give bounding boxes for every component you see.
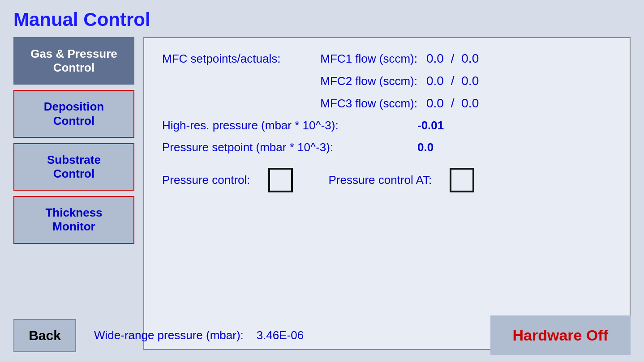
- pressure-setpoint-value: 0.0: [417, 141, 434, 154]
- mfc1-actual: 0.0: [461, 51, 479, 65]
- mfc2-label: MFC2 flow (sccm):: [314, 74, 417, 88]
- hardware-off-button[interactable]: Hardware Off: [490, 315, 631, 355]
- mfc2-values: 0.0 / 0.0: [426, 74, 479, 88]
- pressure-setpoint-label: Pressure setpoint (mbar * 10^-3):: [162, 141, 417, 154]
- pressure-control-at-checkbox[interactable]: [450, 168, 474, 192]
- wide-pressure-display: Wide-range pressure (mbar): 3.46E-06: [94, 328, 304, 342]
- mfc-section-label: MFC setpoints/actuals:: [162, 52, 314, 66]
- mfc1-setpoint: 0.0: [426, 51, 444, 65]
- sidebar-item-deposition[interactable]: DepositionControl: [13, 90, 134, 137]
- mfc2-separator: /: [451, 74, 458, 88]
- mfc3-row: MFC3 flow (sccm): 0.0 / 0.0: [162, 96, 612, 111]
- mfc1-label: MFC1 flow (sccm):: [314, 52, 417, 66]
- highres-pressure-row: High-res. pressure (mbar * 10^-3): -0.01: [162, 119, 612, 132]
- back-section: Back Wide-range pressure (mbar): 3.46E-0…: [13, 319, 304, 352]
- mfc3-separator: /: [451, 96, 458, 110]
- wide-pressure-label: Wide-range pressure (mbar):: [94, 328, 244, 342]
- mfc1-values: 0.0 / 0.0: [426, 51, 479, 66]
- mfc3-actual: 0.0: [461, 96, 479, 110]
- pressure-control-row: Pressure control: Pressure control AT:: [162, 168, 612, 192]
- highres-pressure-label: High-res. pressure (mbar * 10^-3):: [162, 119, 417, 132]
- sidebar-item-thickness[interactable]: ThicknessMonitor: [13, 196, 134, 243]
- pressure-control-checkbox[interactable]: [268, 168, 293, 192]
- pressure-control-at-label: Pressure control AT:: [329, 173, 432, 187]
- mfc3-values: 0.0 / 0.0: [426, 96, 479, 111]
- highres-pressure-value: -0.01: [417, 119, 444, 132]
- mfc-section-header: MFC setpoints/actuals: MFC1 flow (sccm):…: [162, 51, 612, 66]
- mfc2-actual: 0.0: [461, 74, 479, 88]
- bottom-bar: Back Wide-range pressure (mbar): 3.46E-0…: [0, 309, 644, 362]
- mfc2-setpoint: 0.0: [426, 74, 444, 88]
- mfc3-setpoint: 0.0: [426, 96, 444, 110]
- mfc1-separator: /: [451, 51, 458, 65]
- sidebar-item-substrate[interactable]: SubstrateControl: [13, 143, 134, 191]
- back-button[interactable]: Back: [13, 319, 76, 352]
- sidebar-item-gas-pressure[interactable]: Gas & PressureControl: [13, 37, 134, 85]
- content-panel: MFC setpoints/actuals: MFC1 flow (sccm):…: [143, 37, 631, 350]
- pressure-control-label: Pressure control:: [162, 173, 250, 187]
- wide-pressure-value: 3.46E-06: [257, 328, 304, 342]
- mfc3-label: MFC3 flow (sccm):: [314, 97, 417, 111]
- sidebar: Gas & PressureControl DepositionControl …: [13, 37, 134, 354]
- mfc2-row: MFC2 flow (sccm): 0.0 / 0.0: [162, 74, 612, 88]
- page-title: Manual Control: [0, 0, 644, 37]
- pressure-setpoint-row: Pressure setpoint (mbar * 10^-3): 0.0: [162, 141, 612, 154]
